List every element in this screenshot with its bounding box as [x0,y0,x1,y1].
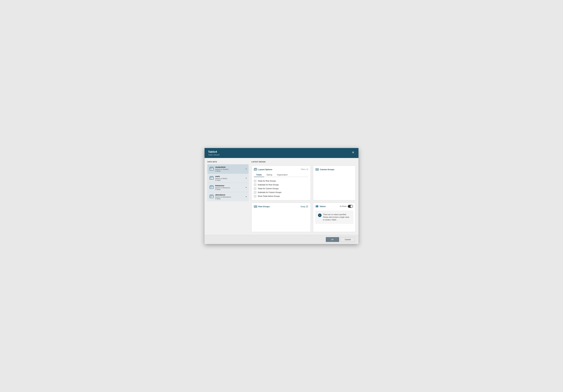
checkbox-subtotals-column-groups[interactable] [254,191,256,194]
tablix-dataset-icon [209,167,214,171]
dataset-item-attendance[interactable]: attendance based on Attendance5 fields ▾ [207,192,248,201]
filters-label: Filters [301,168,306,170]
svg-point-4 [211,167,212,167]
svg-point-16 [211,185,212,186]
svg-rect-24 [254,168,257,170]
values-box: Values As Rows i There are no values spe… [313,203,356,232]
row-groups-icon [254,205,257,208]
svg-point-29 [256,168,256,168]
chevron-down-icon-behaviour: ▾ [246,186,247,189]
svg-point-15 [210,185,211,186]
svg-point-5 [212,167,213,167]
swap-icon [306,205,308,208]
dataset-list: studentinfo based on Student9 fields ▾ [207,164,248,201]
column-groups-icon [316,168,319,171]
dataset-attendance-name: attendance [215,194,244,196]
dataset-attendance-info: attendance based on Attendance5 fields [215,194,244,200]
checkbox-row-subtotals-row-groups: Subtotals for Row Groups [254,183,308,187]
toggle-thumb [350,205,353,207]
values-title: Values [320,205,326,207]
checkbox-label-subtotals-row-groups: Subtotals for Row Groups [258,184,279,186]
svg-point-28 [255,168,255,168]
chevron-down-icon: ▾ [246,168,247,170]
checkbox-row-totals-column-groups: Totals for Column Groups [254,187,308,190]
checkbox-totals-row-groups[interactable] [254,180,256,182]
dataset-studentinfo-desc: based on Student9 fields [215,168,244,172]
dataset-behaviour-desc: based on Behaviour6 fields [215,187,244,190]
dataset-mark-info: mark based on Marks6 fields [215,175,244,181]
column-groups-header: Column Groups [316,168,353,171]
tab-totals[interactable]: Totals [254,173,264,177]
svg-point-27 [256,168,256,168]
checkbox-row-totals-row-groups: Totals for Row Groups [254,179,308,183]
close-button[interactable]: ✕ [351,150,355,154]
dialog-title: Tablix4 [208,150,219,153]
dataset-item-studentinfo[interactable]: studentinfo based on Student9 fields ▾ [207,164,248,174]
checkbox-label-show-totals-before-groups: Show Totals before Groups [258,195,280,197]
svg-rect-18 [210,195,214,198]
chevron-down-icon-attendance: ▾ [246,196,247,198]
swap-button[interactable]: Swap [300,205,308,208]
as-rows-label: As Rows [340,205,346,207]
layout-options-title: Layout Options [258,168,272,171]
filter-icon[interactable]: ▽ [307,168,308,171]
swap-label: Swap [300,205,305,208]
tablix-dataset-icon-behaviour [209,185,214,190]
svg-point-22 [211,194,212,195]
bottom-section: Row Groups Swap [251,203,356,232]
svg-rect-6 [210,177,214,179]
svg-point-23 [212,194,213,195]
checkbox-row-show-totals-before-groups: Show Totals before Groups [254,194,308,198]
left-panel: DATA SETS studentinfo based on Student9 [207,161,248,232]
right-panel: LAYOUT DESIGN Layout Option [251,161,356,232]
dialog-subtitle: Tablix Wizard [208,154,219,156]
tablix-dataset-icon-mark [209,176,214,180]
checkbox-totals-column-groups[interactable] [254,188,256,190]
datasets-section-label: DATA SETS [207,161,248,163]
cancel-button[interactable]: Cancel [341,237,355,242]
checkbox-row-subtotals-column-groups: Subtotals for Column Groups [254,190,308,194]
checkbox-label-totals-column-groups: Totals for Column Groups [258,188,279,190]
row-groups-box: Row Groups Swap [251,203,311,232]
svg-point-3 [210,167,211,167]
checkbox-subtotals-row-groups[interactable] [254,184,256,186]
values-info-text: There are no values specified. Please ad… [323,213,351,221]
dataset-item-mark[interactable]: mark based on Marks6 fields ▾ [207,174,248,183]
dataset-mark-desc: based on Marks6 fields [215,177,244,181]
svg-point-17 [212,185,213,186]
layout-options-header: Layout Options Filters ▽ [254,168,308,171]
checkbox-show-totals-before-groups[interactable] [254,195,256,197]
layout-options-box: Layout Options Filters ▽ Totals Styling … [251,165,311,200]
dataset-studentinfo-info: studentinfo based on Student9 fields [215,166,244,172]
info-icon: i [318,214,321,217]
svg-point-11 [212,176,213,177]
layout-design-label: LAYOUT DESIGN [251,161,356,163]
dialog-title-block: Tablix4 Tablix Wizard [208,150,219,156]
dialog-footer: OK Cancel [205,235,358,244]
column-groups-box: Column Groups [313,165,356,200]
dataset-mark-name: mark [215,175,244,177]
column-groups-title: Column Groups [320,168,334,171]
dataset-behaviour-info: behaviour based on Behaviour6 fields [215,185,244,190]
ok-button[interactable]: OK [326,237,339,242]
as-rows-toggle[interactable] [348,205,353,208]
layout-tabs: Totals Styling Organization [254,173,308,177]
chevron-down-icon-mark: ▾ [246,177,247,179]
dataset-item-behaviour[interactable]: behaviour based on Behaviour6 fields ▾ [207,183,248,192]
svg-rect-0 [210,168,214,170]
row-groups-header: Row Groups Swap [254,205,308,208]
layout-options-icon [254,168,257,171]
dialog-body: DATA SETS studentinfo based on Student9 [205,158,358,235]
svg-point-10 [211,176,212,177]
dataset-studentinfo-name: studentinfo [215,166,244,168]
checkbox-label-totals-row-groups: Totals for Row Groups [258,180,276,182]
values-icon [316,205,319,208]
tab-organization[interactable]: Organization [274,173,290,177]
dialog-header: Tablix4 Tablix Wizard ✕ [205,148,358,158]
tablix-wizard-dialog: Tablix4 Tablix Wizard ✕ DATA SETS [205,148,358,244]
svg-rect-38 [316,205,318,207]
svg-point-9 [210,176,211,177]
values-header: Values As Rows [316,205,353,208]
tab-styling[interactable]: Styling [264,173,274,177]
top-section: Layout Options Filters ▽ Totals Styling … [251,165,356,200]
